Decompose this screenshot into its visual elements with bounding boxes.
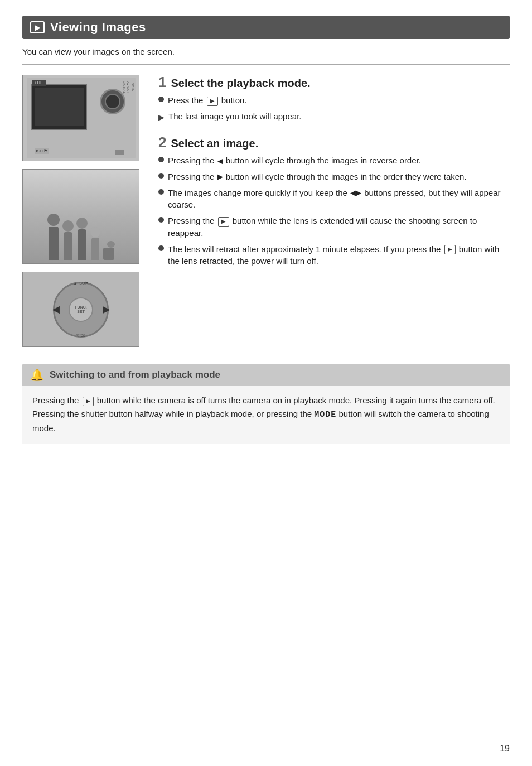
page-number: 19 (500, 744, 510, 754)
step-1-number: 1 (158, 75, 166, 89)
bullet-dot (158, 173, 164, 179)
bullet-press-playback: Press the ▶ button. (158, 94, 510, 107)
step-1-header: 1 Select the playback mode. (158, 75, 510, 90)
step-2-header: 2 Select an image. (158, 135, 510, 150)
section-header: ▶ Viewing Images (22, 16, 510, 39)
bullet-text: The lens will retract after approximatel… (168, 243, 510, 268)
step-2-title: Select an image. (171, 137, 258, 150)
camera-top-image: +HI i DC INAV OUTDIGITAL ISO⚑ (22, 75, 139, 161)
step-1-block: 1 Select the playback mode. Press the ▶ … (158, 75, 510, 123)
bullet-dot (158, 217, 164, 223)
people-photo (22, 169, 139, 264)
bullet-text: The images change more quickly if you ke… (168, 187, 510, 211)
step-2-block: 2 Select an image. Pressing the ◀ button… (158, 135, 510, 267)
divider (22, 64, 510, 65)
switching-icon: 🔔 (30, 368, 44, 382)
bullet-dot (158, 97, 164, 102)
mode-button-label: MODE (314, 410, 336, 420)
bullet-last-image: ▶ The last image you took will appear. (158, 110, 510, 123)
switching-title: Switching to and from playback mode (50, 369, 220, 380)
step-2-bullets: Pressing the ◀ button will cycle through… (158, 155, 510, 267)
bullet-dot (158, 157, 164, 162)
bullet-lens-retract: The lens will retract after approximatel… (158, 243, 510, 268)
camera-bottom-image: FUNC. SET ◀ ▶ ▲ ISO⚑ ▽ ⌫ (22, 272, 139, 347)
bullet-left-button: Pressing the ◀ button will cycle through… (158, 155, 510, 167)
page: ▶ Viewing Images You can view your image… (0, 0, 532, 766)
bullet-dot (158, 189, 164, 195)
step-2-number: 2 (158, 135, 166, 150)
step-1-title: Select the playback mode. (171, 77, 310, 90)
switching-section: 🔔 Switching to and from playback mode Pr… (22, 364, 510, 444)
bullet-dot (158, 245, 164, 251)
intro-text: You can view your images on the screen. (22, 47, 510, 56)
left-right-arrows-icon: ◀▶ (350, 188, 361, 199)
switching-header: 🔔 Switching to and from playback mode (22, 364, 510, 386)
switching-text-part2: button while the camera is off turns the… (32, 396, 495, 433)
playback-button-switching: ▶ (83, 397, 94, 406)
bullet-lens-extended: Pressing the ▶ button while the lens is … (158, 215, 510, 239)
step-1-bullets: Press the ▶ button. ▶ The last image you… (158, 94, 510, 123)
playback-button-icon: ▶ (207, 97, 218, 106)
bullet-text: Pressing the ▶ button will cycle through… (168, 171, 467, 183)
right-arrow-icon: ▶ (217, 172, 223, 182)
arrow-icon: ▶ (158, 112, 165, 123)
bullet-quick-change: The images change more quickly if you ke… (158, 187, 510, 211)
playback-button-icon-2: ▶ (218, 217, 229, 227)
bullet-text: Pressing the ◀ button will cycle through… (168, 155, 421, 167)
switching-body: Pressing the ▶ button while the camera i… (22, 386, 510, 444)
page-title: Viewing Images (50, 20, 146, 35)
instructions-column: 1 Select the playback mode. Press the ▶ … (158, 75, 510, 347)
playback-button-icon-3: ▶ (444, 245, 456, 254)
left-arrow-icon: ◀ (217, 156, 223, 167)
bullet-text: Press the ▶ button. (168, 94, 247, 107)
bullet-right-button: Pressing the ▶ button will cycle through… (158, 171, 510, 183)
main-content: +HI i DC INAV OUTDIGITAL ISO⚑ (22, 75, 510, 347)
bullet-text: The last image you took will appear. (168, 110, 301, 123)
images-column: +HI i DC INAV OUTDIGITAL ISO⚑ (22, 75, 145, 347)
bullet-text: Pressing the ▶ button while the lens is … (168, 215, 510, 239)
playback-icon: ▶ (30, 21, 45, 33)
switching-text-part1: Pressing the (32, 396, 81, 405)
